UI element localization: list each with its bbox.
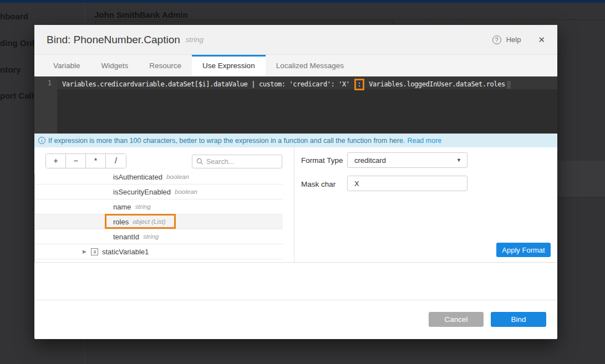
canvas-right-band: [557, 161, 605, 197]
tree-item-isSecurityEnabled[interactable]: isSecurityEnabled boolean: [35, 184, 283, 199]
expression-text: Variables.credicardvariable.dataSet[$i].…: [62, 79, 550, 90]
read-more-link[interactable]: Read more: [407, 137, 441, 145]
info-text: If expression is more than 100 character…: [48, 137, 405, 145]
chevron-down-icon: ▼: [456, 157, 461, 163]
plus-operator-button[interactable]: +: [46, 154, 66, 168]
editor-line-number: 1: [34, 79, 52, 87]
dialog-type-label: string: [186, 35, 204, 44]
tab-widgets[interactable]: Widgets: [91, 55, 139, 76]
tree-item-isAuthenticated[interactable]: isAuthenticated boolean: [35, 173, 283, 184]
variable-tree: isAuthenticated boolean isSecurityEnable…: [34, 173, 283, 262]
tab-use-expression[interactable]: Use Expression: [192, 55, 266, 76]
format-type-select[interactable]: creditcard ▼: [347, 152, 467, 168]
panel-divider: [294, 147, 294, 262]
dialog-body: + − * / isAuthenticated boolean isSecuri: [34, 147, 557, 262]
variable-type-icon: x: [91, 248, 98, 255]
expression-editor[interactable]: 1 Variables.credicardvariable.dataSet[$i…: [34, 76, 557, 134]
close-icon[interactable]: ✕: [538, 35, 545, 45]
help-link[interactable]: Help: [506, 35, 521, 44]
format-type-label: Format Type: [301, 156, 343, 165]
operator-toolbar: + − * /: [45, 153, 126, 168]
cancel-button[interactable]: Cancel: [429, 312, 484, 327]
sidebar-item-dashboard: hboard: [0, 12, 28, 21]
canvas-right-dotted-line: [557, 197, 605, 197]
canvas-title: John SmithBank Admin: [94, 10, 188, 19]
search-icon: [196, 158, 204, 165]
bind-button[interactable]: Bind: [491, 312, 546, 327]
content-bottom-border: [34, 262, 557, 263]
info-icon: i: [38, 137, 45, 144]
dialog-title: Bind: PhoneNumber.Caption: [47, 34, 180, 46]
tab-localized-messages[interactable]: Localized Messages: [266, 55, 354, 76]
expand-arrow-icon[interactable]: ▶: [83, 249, 89, 254]
mask-char-label: Mask char: [301, 180, 335, 188]
dialog-tabs: Variable Widgets Resource Use Expression…: [34, 55, 557, 76]
minus-operator-button[interactable]: −: [66, 154, 86, 168]
expression-highlight-box: :: [354, 79, 365, 90]
app-topbar: [0, 0, 605, 3]
dialog-header: Bind: PhoneNumber.Caption string ? Help …: [34, 25, 557, 55]
tree-item-staticVariable1[interactable]: ▶ x staticVariable1: [35, 244, 283, 259]
editor-gutter: 1: [34, 76, 57, 134]
mask-char-input[interactable]: [347, 176, 467, 191]
canvas-widget-outline: [89, 19, 605, 20]
bind-dialog: Bind: PhoneNumber.Caption string ? Help …: [34, 25, 557, 339]
format-type-value: creditcard: [354, 156, 386, 165]
tree-item-name[interactable]: name string: [35, 199, 283, 214]
screen: hboard ding Order ntory port Calls John …: [0, 0, 605, 364]
info-bar: i If expression is more than 100 charact…: [34, 134, 557, 147]
apply-format-button[interactable]: Apply Format: [496, 243, 551, 257]
tree-item-tenantId[interactable]: tenantId string: [35, 229, 283, 244]
sidebar-item-inventory: ntory: [0, 65, 21, 74]
tree-item-roles[interactable]: roles object (List): [35, 214, 283, 229]
sidebar-item-support-calls: port Calls: [0, 91, 38, 100]
multiply-operator-button[interactable]: *: [86, 154, 106, 168]
search-input[interactable]: [206, 158, 273, 166]
tab-resource[interactable]: Resource: [139, 55, 192, 76]
editor-cursor: [507, 81, 511, 89]
expression-after: Variables.loggedInUser.dataSet.roles: [365, 80, 505, 88]
footer-border: [34, 300, 557, 300]
tab-variable[interactable]: Variable: [43, 55, 91, 76]
divide-operator-button[interactable]: /: [106, 154, 126, 168]
help-icon[interactable]: ?: [492, 35, 501, 44]
search-box: [192, 155, 282, 168]
expression-before: Variables.credicardvariable.dataSet[$i].…: [62, 80, 354, 88]
